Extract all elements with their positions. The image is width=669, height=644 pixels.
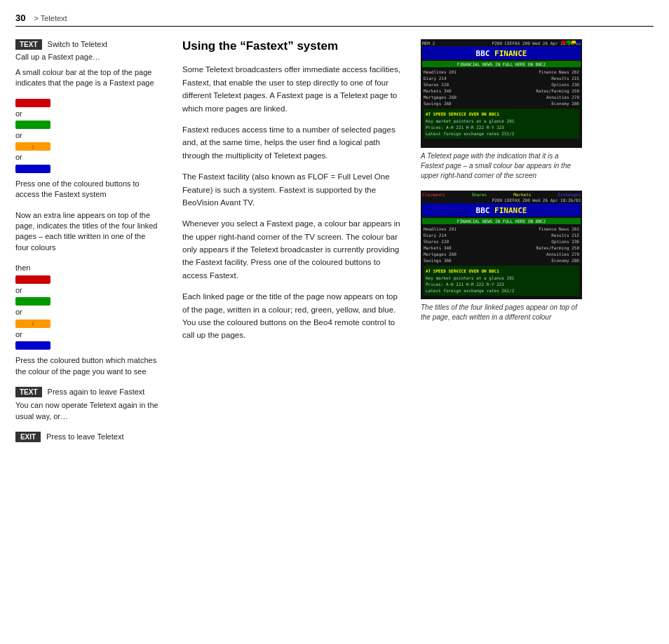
operate-teletext-text: You can now operate Teletext again in th… [15,401,158,420]
teletext-subtitle-2: FINANCIAL NEWS IN FULL HERE ON BBC2 [422,218,581,224]
blue-button-row [15,165,158,173]
then-red-button [15,275,50,284]
linked-pages-bar: Claimants Shares Markets Exchanges [422,192,581,197]
then-blue-button [15,341,50,350]
color-bar-indicator [562,41,581,43]
section-text-again: TEXT Press again to leave Fastext You ca… [15,387,158,422]
green-button-row [15,121,158,129]
left-column: TEXT Switch to Teletext Call up a Fastex… [15,39,170,453]
main-layout: TEXT Switch to Teletext Call up a Fastex… [15,39,654,453]
teletext-bottom-box-2: AT SPEED SERVICE OVER ON BBC1 Key market… [424,266,579,296]
colour-bar-desc: A small colour bar at the top of the pag… [15,68,154,87]
teletext-bottom-box-1: AT SPEED SERVICE OVER ON BBC1 Key market… [424,109,579,139]
yellow-button-row: : [15,142,158,151]
paragraph-1: Some Teletext broadcasters offer immedia… [182,63,403,115]
paragraph-5: Each linked page or the title of the pag… [182,290,403,342]
teletext-screenshot-1: MEM 2 P200 CEEFAX 200 Wed 26 Apr 18:24/0… [421,39,582,148]
yellow-button: : [15,142,50,151]
paragraph-4: Whenever you select a Fastext page, a co… [182,217,403,282]
blue-button [15,165,50,173]
teletext-page-2: P200 CEEFAX 200 Wed 26 Apr 18:26/02 [492,198,581,203]
breadcrumb: > Teletext [34,14,67,22]
text-button: TEXT [15,39,42,50]
finance-title-2: FINANCE [494,206,527,215]
then-or-label-2: or [15,307,22,317]
then-green-button [15,297,50,306]
or-label-1: or [15,109,22,119]
text-button-2: TEXT [15,387,42,397]
paragraph-3: The Fastext facility (also known as FLOF… [182,170,403,209]
section-text-button: TEXT Switch to Teletext Call up a Fastex… [15,39,158,89]
teletext-screenshot-2: Claimants Shares Markets Exchanges P200 … [421,191,582,299]
page-header: 30 > Teletext [15,13,654,27]
teletext-subtitle-1: FINANCIAL NEWS IN FULL HERE ON BBC2 [422,61,581,67]
caption-2: The titles of the four linked pages appe… [421,303,582,322]
then-label: then [15,263,30,272]
section-color-buttons: or or : or Press one of the co [15,99,158,200]
red-button-row [15,99,158,107]
section-extra-line: Now an extra line appears on top of the … [15,210,158,254]
center-column: Using the “Fastext” system Some Teletext… [170,39,415,453]
then-blue-row [15,341,158,350]
then-or-label-1: or [15,285,22,296]
then-or-label-3: or [15,329,22,340]
section-then: then or or : or [15,263,158,377]
section-heading: Using the “Fastext” system [182,39,403,53]
extra-line-desc: Now an extra line appears on top of the … [15,211,157,252]
paragraph-2: Fastext reduces access time to a number … [182,123,403,162]
page-container: 30 > Teletext TEXT Switch to Teletext Ca… [0,0,669,644]
then-yellow-button: : [15,320,50,328]
caption-1: A Teletext page with the indication that… [421,151,582,181]
section-exit: EXIT Press to leave Teletext [15,432,158,442]
screenshot-block-1: MEM 2 P200 CEEFAX 200 Wed 26 Apr 18:24/0… [421,39,654,181]
then-green-row [15,297,158,306]
press-colored-desc: Press one of the coloured buttons to acc… [15,179,140,198]
right-column: MEM 2 P200 CEEFAX 200 Wed 26 Apr 18:24/0… [415,39,654,453]
screenshot-block-2: Claimants Shares Markets Exchanges P200 … [421,191,654,322]
page-number: 30 [15,13,25,23]
switch-teletext-text: Switch to Teletext [48,39,158,50]
call-fastext-text: Call up a Fastext page… [15,53,100,61]
teletext-data-1: Headlines 201Finance News 202 Diary 214R… [422,69,581,107]
finance-title-1: FINANCE [494,49,527,58]
then-red-row [15,275,158,284]
press-colored-match-desc: Press the coloured button which matches … [15,356,156,375]
or-label-2: or [15,130,22,141]
press-leave-teletext: Press to leave Teletext [46,432,158,442]
bbc-title-2: BBC [476,206,495,215]
red-button [15,99,50,107]
bbc-title-1: BBC [476,49,495,58]
exit-button: EXIT [15,432,41,442]
teletext-status-1: MEM 2 [422,41,435,46]
or-label-3: or [15,152,22,163]
press-leave-fastext: Press again to leave Fastext [48,387,158,397]
teletext-data-2: Headlines 201Finance News 202 Diary 214R… [422,226,581,263]
then-yellow-row: : [15,320,158,328]
green-button [15,121,50,129]
